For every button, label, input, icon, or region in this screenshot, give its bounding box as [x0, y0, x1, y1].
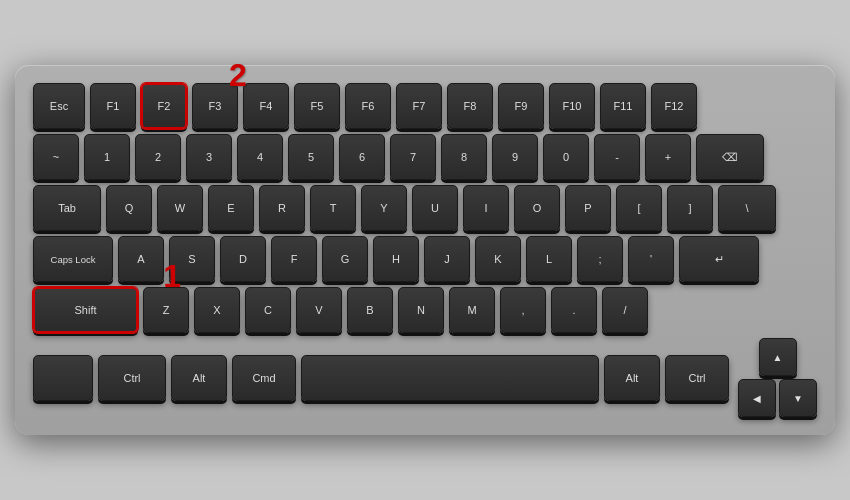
arrow-bottom-row: ◀ ▼: [738, 379, 817, 417]
annotation-2-label: 2: [229, 57, 247, 94]
key-f2[interactable]: F2: [141, 83, 187, 129]
key-plus[interactable]: +: [645, 134, 691, 180]
key-3[interactable]: 3: [186, 134, 232, 180]
key-l[interactable]: L: [526, 236, 572, 282]
key-esc[interactable]: Esc: [33, 83, 85, 129]
annotation-1-label: 1: [163, 258, 181, 295]
key-g[interactable]: G: [322, 236, 368, 282]
key-slash[interactable]: /: [602, 287, 648, 333]
key-e[interactable]: E: [208, 185, 254, 231]
key-cmd-left[interactable]: Cmd: [232, 355, 296, 401]
key-f[interactable]: F: [271, 236, 317, 282]
key-f12[interactable]: F12: [651, 83, 697, 129]
key-comma[interactable]: ,: [500, 287, 546, 333]
key-f11[interactable]: F11: [600, 83, 646, 129]
key-8[interactable]: 8: [441, 134, 487, 180]
key-1[interactable]: 1: [84, 134, 130, 180]
key-bracket-l[interactable]: [: [616, 185, 662, 231]
arrow-cluster: ▲ ◀ ▼: [738, 338, 817, 417]
key-rows: Esc F1 F2 F3 F4 F5 F6 F7 F8 F9 F10 F11 F…: [33, 83, 817, 417]
key-h[interactable]: H: [373, 236, 419, 282]
key-c[interactable]: C: [245, 287, 291, 333]
key-o[interactable]: O: [514, 185, 560, 231]
key-u[interactable]: U: [412, 185, 458, 231]
key-minus[interactable]: -: [594, 134, 640, 180]
key-space[interactable]: [301, 355, 599, 401]
key-tilde[interactable]: ~: [33, 134, 79, 180]
key-fn[interactable]: [33, 355, 93, 401]
key-y[interactable]: Y: [361, 185, 407, 231]
key-6[interactable]: 6: [339, 134, 385, 180]
key-w[interactable]: W: [157, 185, 203, 231]
asdf-row: Caps Lock A 1 S D F G H J K L ; ' ↵: [33, 236, 817, 282]
key-tab[interactable]: Tab: [33, 185, 101, 231]
key-ctrl-right[interactable]: Ctrl: [665, 355, 729, 401]
key-arrow-down[interactable]: ▼: [779, 379, 817, 417]
key-ctrl-left[interactable]: Ctrl: [98, 355, 166, 401]
key-5[interactable]: 5: [288, 134, 334, 180]
number-row: ~ 1 2 3 4 5 6 7 8 9 0 - + ⌫: [33, 134, 817, 180]
key-p[interactable]: P: [565, 185, 611, 231]
key-arrow-left[interactable]: ◀: [738, 379, 776, 417]
key-2[interactable]: 2: [135, 134, 181, 180]
key-f5[interactable]: F5: [294, 83, 340, 129]
key-a[interactable]: A 1: [118, 236, 164, 282]
key-shift-left[interactable]: Shift: [33, 287, 138, 333]
key-semicolon[interactable]: ;: [577, 236, 623, 282]
key-j[interactable]: J: [424, 236, 470, 282]
key-apostrophe[interactable]: ': [628, 236, 674, 282]
key-b[interactable]: B: [347, 287, 393, 333]
key-f10[interactable]: F10: [549, 83, 595, 129]
key-q[interactable]: Q: [106, 185, 152, 231]
key-n[interactable]: N: [398, 287, 444, 333]
key-v[interactable]: V: [296, 287, 342, 333]
qwerty-row: Tab Q W E R T Y U I O P [ ] \: [33, 185, 817, 231]
key-f9[interactable]: F9: [498, 83, 544, 129]
key-enter[interactable]: ↵: [679, 236, 759, 282]
function-row: Esc F1 F2 F3 F4 F5 F6 F7 F8 F9 F10 F11 F…: [33, 83, 817, 129]
key-alt-left[interactable]: Alt: [171, 355, 227, 401]
key-caps-lock[interactable]: Caps Lock: [33, 236, 113, 282]
key-7[interactable]: 7: [390, 134, 436, 180]
keyboard: 2 Esc F1 F2 F3 F4 F5 F6 F7 F8 F9 F10 F11…: [15, 65, 835, 435]
key-d[interactable]: D: [220, 236, 266, 282]
key-4[interactable]: 4: [237, 134, 283, 180]
key-f8[interactable]: F8: [447, 83, 493, 129]
key-i[interactable]: I: [463, 185, 509, 231]
key-m[interactable]: M: [449, 287, 495, 333]
key-f4[interactable]: F4: [243, 83, 289, 129]
bottom-row: Ctrl Alt Cmd Alt Ctrl ▲ ◀ ▼: [33, 338, 817, 417]
key-arrow-up[interactable]: ▲: [759, 338, 797, 376]
key-period[interactable]: .: [551, 287, 597, 333]
key-bracket-r[interactable]: ]: [667, 185, 713, 231]
zxcv-row: Shift Z X C V B N M , . /: [33, 287, 817, 333]
key-r[interactable]: R: [259, 185, 305, 231]
key-f6[interactable]: F6: [345, 83, 391, 129]
key-f7[interactable]: F7: [396, 83, 442, 129]
key-f1[interactable]: F1: [90, 83, 136, 129]
key-alt-right[interactable]: Alt: [604, 355, 660, 401]
key-9[interactable]: 9: [492, 134, 538, 180]
key-t[interactable]: T: [310, 185, 356, 231]
key-backspace[interactable]: ⌫: [696, 134, 764, 180]
key-backslash[interactable]: \: [718, 185, 776, 231]
arrow-up-row: ▲: [738, 338, 817, 376]
key-0[interactable]: 0: [543, 134, 589, 180]
key-x[interactable]: X: [194, 287, 240, 333]
key-k[interactable]: K: [475, 236, 521, 282]
